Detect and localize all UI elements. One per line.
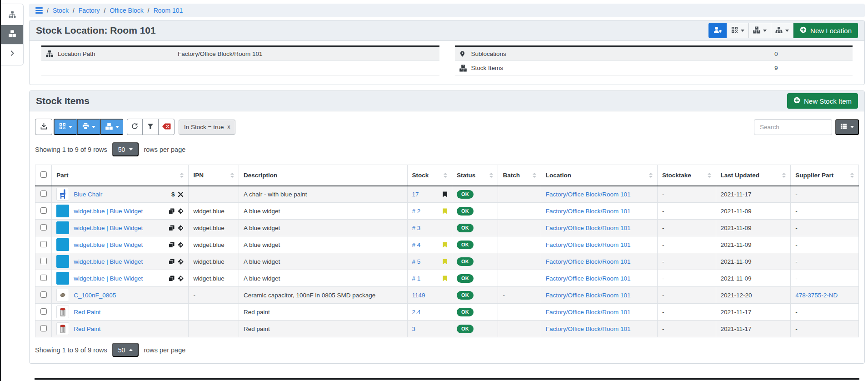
- part-cell: Red Paint: [52, 304, 189, 321]
- table-row: widget.blue | Blue Widgetwidget.blueA bl…: [35, 203, 859, 220]
- location-link[interactable]: Factory/Office Block/Room 101: [546, 309, 631, 316]
- part-cell: widget.blue | Blue Widget: [52, 236, 189, 253]
- stock-link[interactable]: # 1: [412, 275, 421, 282]
- stock-link[interactable]: # 5: [412, 258, 421, 265]
- barcode-actions-button[interactable]: [727, 23, 749, 38]
- filter-chip[interactable]: In Stock = true x: [179, 120, 235, 135]
- row-select-cell: [35, 287, 52, 304]
- description-cell: A blue widget: [239, 220, 407, 236]
- part-cell: C_100nF_0805: [52, 287, 189, 304]
- stock-link[interactable]: 1149: [412, 292, 425, 299]
- row-checkbox[interactable]: [40, 241, 47, 247]
- sidebar-expand-button[interactable]: [1, 44, 23, 63]
- column-header-description[interactable]: Description: [239, 165, 407, 186]
- columns-button[interactable]: [835, 119, 859, 135]
- column-header-location[interactable]: Location: [541, 165, 657, 186]
- breadcrumb-link[interactable]: Factory: [79, 7, 100, 14]
- stock-link[interactable]: 17: [412, 191, 419, 198]
- batch-cell: [498, 253, 541, 270]
- stock-link[interactable]: 2.4: [412, 309, 421, 316]
- stock-link[interactable]: # 4: [412, 241, 421, 248]
- location-link[interactable]: Factory/Office Block/Room 101: [546, 258, 631, 265]
- stocktake-cell: -: [657, 253, 716, 270]
- location-link[interactable]: Factory/Office Block/Room 101: [546, 225, 631, 231]
- next-section-edge: [35, 378, 859, 380]
- admin-button[interactable]: [708, 23, 727, 38]
- new-stock-item-button[interactable]: New Stock Item: [787, 93, 858, 109]
- part-link[interactable]: widget.blue | Blue Widget: [74, 225, 143, 231]
- part-link[interactable]: widget.blue | Blue Widget: [74, 241, 143, 248]
- row-checkbox[interactable]: [40, 308, 47, 315]
- location-actions-button[interactable]: [771, 23, 793, 38]
- stock-options-button[interactable]: [100, 119, 123, 135]
- stock-link[interactable]: # 3: [412, 225, 421, 231]
- column-header-ipn[interactable]: IPN: [189, 165, 239, 186]
- row-checkbox[interactable]: [40, 275, 47, 281]
- barcode-menu-button[interactable]: [54, 119, 77, 135]
- row-checkbox[interactable]: [40, 207, 47, 214]
- row-checkbox[interactable]: [40, 325, 47, 331]
- column-header-last_updated[interactable]: Last Updated: [716, 165, 791, 186]
- table-row: widget.blue | Blue Widgetwidget.blueA bl…: [35, 236, 859, 253]
- breadcrumb-link[interactable]: Stock: [53, 7, 69, 14]
- clear-filters-button[interactable]: [159, 119, 175, 135]
- location-link[interactable]: Factory/Office Block/Room 101: [546, 292, 631, 299]
- part-link[interactable]: widget.blue | Blue Widget: [74, 258, 143, 265]
- stock-actions-button[interactable]: [749, 23, 771, 38]
- list-columns-icon: [840, 123, 847, 131]
- part-link[interactable]: widget.blue | Blue Widget: [74, 275, 143, 282]
- column-label: Part: [56, 172, 68, 179]
- stocktake-cell: -: [657, 236, 716, 253]
- location-link[interactable]: Factory/Office Block/Room 101: [546, 208, 631, 215]
- ipn-cell: widget.blue: [189, 236, 239, 253]
- download-button[interactable]: [35, 119, 52, 135]
- part-link[interactable]: Red Paint: [74, 309, 100, 316]
- row-checkbox[interactable]: [40, 224, 47, 231]
- row-checkbox[interactable]: [40, 258, 47, 264]
- page-size-select[interactable]: 50: [112, 343, 139, 357]
- column-header-supplier_part[interactable]: Supplier Part: [791, 165, 859, 186]
- row-checkbox[interactable]: [40, 190, 47, 197]
- page-size-select[interactable]: 50: [112, 142, 139, 156]
- sidebar-item-stock[interactable]: [1, 25, 23, 44]
- clone-icon: [169, 259, 175, 265]
- location-link[interactable]: Factory/Office Block/Room 101: [546, 275, 631, 282]
- sidebar-item-location-tree[interactable]: [1, 6, 23, 25]
- plus-circle-icon: [793, 97, 800, 105]
- location-link[interactable]: Factory/Office Block/Room 101: [546, 241, 631, 248]
- column-header-batch[interactable]: Batch: [498, 165, 541, 186]
- part-link[interactable]: C_100nF_0805: [74, 292, 116, 299]
- part-link[interactable]: Red Paint: [74, 326, 100, 332]
- pagination-bottom: Showing 1 to 9 of 9 rows 50 rows per pag…: [30, 337, 864, 363]
- stock-cell: 1149: [407, 287, 452, 304]
- column-header-stocktake[interactable]: Stocktake: [657, 165, 716, 186]
- filter-button[interactable]: [143, 119, 159, 135]
- description-cell: Ceramic capacitor, 100nF in 0805 SMD pac…: [239, 287, 407, 304]
- last-updated-cell: 2021-11-09: [716, 220, 791, 236]
- breadcrumb-link[interactable]: Room 101: [154, 7, 183, 14]
- filter-chip-close[interactable]: x: [227, 124, 230, 130]
- stock-link[interactable]: # 2: [412, 208, 421, 215]
- breadcrumb-link[interactable]: Office Block: [110, 7, 143, 14]
- chevron-down-icon: [850, 126, 854, 128]
- column-header-stock[interactable]: Stock: [407, 165, 452, 186]
- new-location-button[interactable]: New Location: [793, 23, 858, 38]
- status-badge: OK: [457, 257, 474, 266]
- part-link[interactable]: widget.blue | Blue Widget: [74, 208, 143, 215]
- search-input[interactable]: [754, 119, 832, 135]
- select-all-checkbox[interactable]: [40, 171, 47, 178]
- column-header-status[interactable]: Status: [452, 165, 498, 186]
- menu-icon[interactable]: [35, 7, 43, 13]
- location-link[interactable]: Factory/Office Block/Room 101: [546, 326, 631, 332]
- print-menu-button[interactable]: [77, 119, 100, 135]
- column-header-part[interactable]: Part: [52, 165, 189, 186]
- refresh-button[interactable]: [127, 119, 143, 135]
- part-link[interactable]: Blue Chair: [74, 191, 102, 198]
- stocktake-cell: -: [657, 321, 716, 337]
- stock-cell: 17: [407, 186, 452, 203]
- stock-link[interactable]: 3: [412, 326, 416, 332]
- row-checkbox[interactable]: [40, 291, 47, 298]
- location-link[interactable]: Factory/Office Block/Room 101: [546, 191, 631, 198]
- supplier-part-link[interactable]: 478-3755-2-ND: [795, 292, 838, 299]
- supplier-part-cell: -: [791, 270, 859, 287]
